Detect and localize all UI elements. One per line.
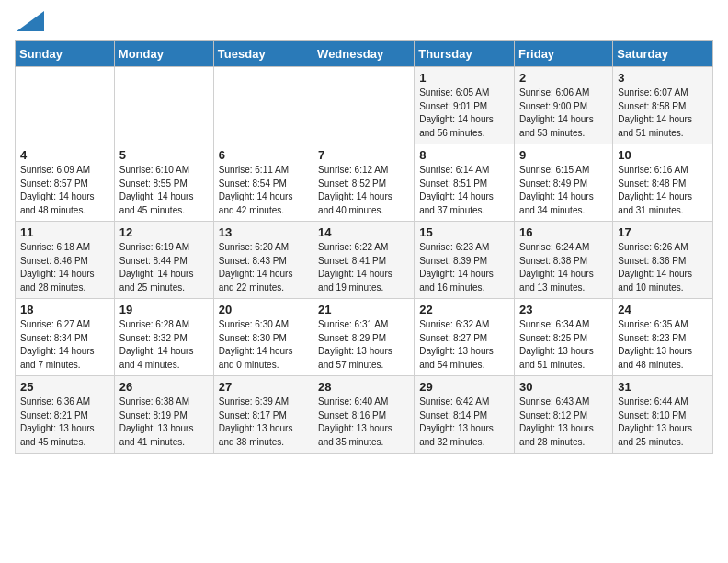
day-info: Sunrise: 6:34 AM Sunset: 8:25 PM Dayligh… bbox=[519, 318, 608, 372]
calendar-day-cell: 20Sunrise: 6:30 AM Sunset: 8:30 PM Dayli… bbox=[213, 299, 313, 376]
weekday-header-monday: Monday bbox=[114, 41, 213, 67]
day-number: 8 bbox=[419, 148, 509, 162]
day-info: Sunrise: 6:22 AM Sunset: 8:41 PM Dayligh… bbox=[318, 241, 409, 294]
day-number: 13 bbox=[219, 225, 308, 239]
day-info: Sunrise: 6:09 AM Sunset: 8:57 PM Dayligh… bbox=[20, 164, 109, 217]
weekday-header-wednesday: Wednesday bbox=[313, 41, 415, 67]
day-number: 15 bbox=[419, 225, 509, 239]
day-number: 24 bbox=[618, 303, 708, 316]
day-number: 22 bbox=[419, 303, 509, 316]
day-number: 29 bbox=[419, 380, 509, 394]
empty-day-cell bbox=[16, 67, 115, 144]
day-info: Sunrise: 6:14 AM Sunset: 8:51 PM Dayligh… bbox=[419, 164, 509, 217]
day-number: 18 bbox=[20, 303, 109, 316]
day-info: Sunrise: 6:27 AM Sunset: 8:34 PM Dayligh… bbox=[20, 318, 109, 372]
calendar-week-row: 18Sunrise: 6:27 AM Sunset: 8:34 PM Dayli… bbox=[16, 299, 713, 376]
calendar-day-cell: 16Sunrise: 6:24 AM Sunset: 8:38 PM Dayli… bbox=[515, 222, 613, 299]
calendar-week-row: 11Sunrise: 6:18 AM Sunset: 8:46 PM Dayli… bbox=[16, 222, 713, 299]
empty-day-cell bbox=[313, 67, 415, 144]
empty-day-cell bbox=[213, 67, 313, 144]
day-info: Sunrise: 6:16 AM Sunset: 8:48 PM Dayligh… bbox=[618, 164, 708, 217]
calendar-week-row: 25Sunrise: 6:36 AM Sunset: 8:21 PM Dayli… bbox=[16, 376, 713, 454]
day-info: Sunrise: 6:35 AM Sunset: 8:23 PM Dayligh… bbox=[618, 318, 708, 372]
calendar-day-cell: 8Sunrise: 6:14 AM Sunset: 8:51 PM Daylig… bbox=[415, 144, 515, 222]
calendar-day-cell: 6Sunrise: 6:11 AM Sunset: 8:54 PM Daylig… bbox=[213, 144, 313, 222]
day-number: 17 bbox=[618, 225, 708, 239]
day-info: Sunrise: 6:38 AM Sunset: 8:19 PM Dayligh… bbox=[119, 396, 209, 449]
calendar-day-cell: 21Sunrise: 6:31 AM Sunset: 8:29 PM Dayli… bbox=[313, 299, 415, 376]
day-info: Sunrise: 6:31 AM Sunset: 8:29 PM Dayligh… bbox=[318, 318, 409, 372]
calendar-day-cell: 29Sunrise: 6:42 AM Sunset: 8:14 PM Dayli… bbox=[415, 376, 515, 454]
calendar-day-cell: 5Sunrise: 6:10 AM Sunset: 8:55 PM Daylig… bbox=[114, 144, 213, 222]
weekday-header-thursday: Thursday bbox=[415, 41, 515, 67]
calendar-day-cell: 31Sunrise: 6:44 AM Sunset: 8:10 PM Dayli… bbox=[613, 376, 713, 454]
day-info: Sunrise: 6:10 AM Sunset: 8:55 PM Dayligh… bbox=[119, 164, 209, 217]
calendar-day-cell: 2Sunrise: 6:06 AM Sunset: 9:00 PM Daylig… bbox=[515, 67, 613, 144]
day-number: 31 bbox=[618, 380, 708, 394]
calendar-week-row: 1Sunrise: 6:05 AM Sunset: 9:01 PM Daylig… bbox=[16, 67, 713, 144]
weekday-header-saturday: Saturday bbox=[613, 41, 713, 67]
day-info: Sunrise: 6:20 AM Sunset: 8:43 PM Dayligh… bbox=[219, 241, 308, 294]
calendar-day-cell: 17Sunrise: 6:26 AM Sunset: 8:36 PM Dayli… bbox=[613, 222, 713, 299]
calendar-week-row: 4Sunrise: 6:09 AM Sunset: 8:57 PM Daylig… bbox=[16, 144, 713, 222]
day-info: Sunrise: 6:12 AM Sunset: 8:52 PM Dayligh… bbox=[318, 164, 409, 217]
day-number: 12 bbox=[119, 225, 209, 239]
day-info: Sunrise: 6:15 AM Sunset: 8:49 PM Dayligh… bbox=[519, 164, 608, 217]
day-number: 25 bbox=[20, 380, 109, 394]
calendar-day-cell: 18Sunrise: 6:27 AM Sunset: 8:34 PM Dayli… bbox=[16, 299, 115, 376]
calendar-day-cell: 24Sunrise: 6:35 AM Sunset: 8:23 PM Dayli… bbox=[613, 299, 713, 376]
calendar-day-cell: 27Sunrise: 6:39 AM Sunset: 8:17 PM Dayli… bbox=[213, 376, 313, 454]
day-info: Sunrise: 6:06 AM Sunset: 9:00 PM Dayligh… bbox=[519, 86, 608, 140]
day-number: 28 bbox=[318, 380, 409, 394]
day-number: 4 bbox=[20, 148, 109, 162]
weekday-header-sunday: Sunday bbox=[16, 41, 115, 67]
day-info: Sunrise: 6:39 AM Sunset: 8:17 PM Dayligh… bbox=[219, 396, 308, 449]
calendar-day-cell: 14Sunrise: 6:22 AM Sunset: 8:41 PM Dayli… bbox=[313, 222, 415, 299]
day-number: 26 bbox=[119, 380, 209, 394]
calendar-day-cell: 26Sunrise: 6:38 AM Sunset: 8:19 PM Dayli… bbox=[114, 376, 213, 454]
day-info: Sunrise: 6:44 AM Sunset: 8:10 PM Dayligh… bbox=[618, 396, 708, 449]
calendar-day-cell: 19Sunrise: 6:28 AM Sunset: 8:32 PM Dayli… bbox=[114, 299, 213, 376]
day-number: 27 bbox=[219, 380, 308, 394]
day-info: Sunrise: 6:43 AM Sunset: 8:12 PM Dayligh… bbox=[519, 396, 608, 449]
logo-icon bbox=[17, 11, 44, 31]
day-info: Sunrise: 6:32 AM Sunset: 8:27 PM Dayligh… bbox=[419, 318, 509, 372]
day-info: Sunrise: 6:40 AM Sunset: 8:16 PM Dayligh… bbox=[318, 396, 409, 449]
day-info: Sunrise: 6:28 AM Sunset: 8:32 PM Dayligh… bbox=[119, 318, 209, 372]
day-number: 1 bbox=[419, 71, 509, 85]
calendar-day-cell: 1Sunrise: 6:05 AM Sunset: 9:01 PM Daylig… bbox=[415, 67, 515, 144]
day-number: 10 bbox=[618, 148, 708, 162]
calendar-day-cell: 22Sunrise: 6:32 AM Sunset: 8:27 PM Dayli… bbox=[415, 299, 515, 376]
day-info: Sunrise: 6:07 AM Sunset: 8:58 PM Dayligh… bbox=[618, 86, 708, 140]
day-number: 20 bbox=[219, 303, 308, 316]
day-number: 6 bbox=[219, 148, 308, 162]
calendar-day-cell: 9Sunrise: 6:15 AM Sunset: 8:49 PM Daylig… bbox=[515, 144, 613, 222]
calendar-day-cell: 4Sunrise: 6:09 AM Sunset: 8:57 PM Daylig… bbox=[16, 144, 115, 222]
calendar-day-cell: 12Sunrise: 6:19 AM Sunset: 8:44 PM Dayli… bbox=[114, 222, 213, 299]
day-number: 3 bbox=[618, 71, 708, 85]
empty-day-cell bbox=[114, 67, 213, 144]
calendar-day-cell: 3Sunrise: 6:07 AM Sunset: 8:58 PM Daylig… bbox=[613, 67, 713, 144]
day-info: Sunrise: 6:23 AM Sunset: 8:39 PM Dayligh… bbox=[419, 241, 509, 294]
day-number: 5 bbox=[119, 148, 209, 162]
day-info: Sunrise: 6:42 AM Sunset: 8:14 PM Dayligh… bbox=[419, 396, 509, 449]
calendar-day-cell: 23Sunrise: 6:34 AM Sunset: 8:25 PM Dayli… bbox=[515, 299, 613, 376]
calendar-day-cell: 11Sunrise: 6:18 AM Sunset: 8:46 PM Dayli… bbox=[16, 222, 115, 299]
logo bbox=[15, 15, 44, 31]
page-header bbox=[15, 15, 713, 31]
calendar-day-cell: 30Sunrise: 6:43 AM Sunset: 8:12 PM Dayli… bbox=[515, 376, 613, 454]
day-number: 30 bbox=[519, 380, 608, 394]
day-number: 11 bbox=[20, 225, 109, 239]
day-number: 2 bbox=[519, 71, 608, 85]
day-info: Sunrise: 6:26 AM Sunset: 8:36 PM Dayligh… bbox=[618, 241, 708, 294]
day-info: Sunrise: 6:36 AM Sunset: 8:21 PM Dayligh… bbox=[20, 396, 109, 449]
day-number: 21 bbox=[318, 303, 409, 316]
day-info: Sunrise: 6:24 AM Sunset: 8:38 PM Dayligh… bbox=[519, 241, 608, 294]
day-number: 23 bbox=[519, 303, 608, 316]
day-info: Sunrise: 6:18 AM Sunset: 8:46 PM Dayligh… bbox=[20, 241, 109, 294]
day-number: 19 bbox=[119, 303, 209, 316]
calendar-day-cell: 15Sunrise: 6:23 AM Sunset: 8:39 PM Dayli… bbox=[415, 222, 515, 299]
calendar-header-row: SundayMondayTuesdayWednesdayThursdayFrid… bbox=[16, 41, 713, 67]
calendar-table: SundayMondayTuesdayWednesdayThursdayFrid… bbox=[15, 40, 713, 454]
calendar-day-cell: 25Sunrise: 6:36 AM Sunset: 8:21 PM Dayli… bbox=[16, 376, 115, 454]
